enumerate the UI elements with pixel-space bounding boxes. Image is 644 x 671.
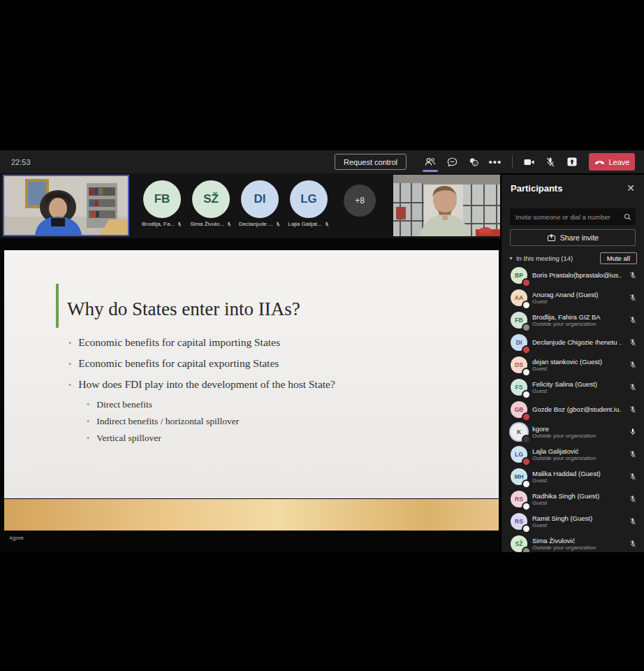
mic-off-icon	[226, 222, 232, 227]
slide-bullet: • Indirect benefits / horizontal spillov…	[87, 416, 474, 427]
participant-name: dejan stankovic (Guest)	[532, 358, 622, 366]
share-invite-button[interactable]: Share invite	[510, 229, 636, 246]
avatar: LG	[290, 180, 328, 218]
slide-bullet-list: • Economic benefits for capital importin…	[68, 336, 474, 449]
invite-search-box	[510, 208, 636, 225]
participant-text: kgore Outside your organization	[532, 425, 622, 440]
participant-name: Sima Živulović	[532, 537, 622, 544]
tile-name-label: Declanjude ...	[239, 221, 273, 227]
participant-row[interactable]: RS Radhika Singh (Guest) Guest	[502, 488, 644, 510]
participant-mic-button[interactable]	[629, 361, 637, 369]
participant-mic-button[interactable]	[629, 450, 637, 459]
mic-off-icon	[629, 338, 637, 347]
avatar-tile[interactable]: DI Declanjude ...	[235, 175, 284, 236]
participant-name: Anurag Anand (Guest)	[532, 291, 622, 298]
peer-video-tile[interactable]	[393, 175, 500, 236]
mic-off-icon	[324, 222, 330, 227]
mic-off-icon	[629, 472, 637, 481]
bullet-dot: •	[87, 433, 89, 444]
leave-button[interactable]: Leave	[589, 153, 635, 171]
participant-mic-button[interactable]	[629, 517, 637, 526]
avatar-tile[interactable]: FB Brodlija, Fa...	[138, 175, 186, 236]
participant-mic-button[interactable]	[629, 383, 637, 391]
participant-row[interactable]: MH Malika Haddad (Guest) Guest	[502, 466, 644, 488]
more-options-button[interactable]: •••	[485, 150, 506, 173]
participant-row[interactable]: FB Brodlija, Fahira GIZ BA Outside your …	[502, 309, 644, 331]
presence-badge	[522, 547, 531, 552]
participant-mic-button[interactable]	[629, 271, 637, 280]
overflow-participants-tile[interactable]: +8	[335, 175, 384, 236]
mute-all-button[interactable]: Mute all	[600, 252, 637, 264]
participant-mic-button[interactable]	[629, 405, 637, 414]
avatar-tile[interactable]: LG Lajla Galijat...	[284, 175, 333, 236]
participant-name: Malika Haddad (Guest)	[532, 470, 622, 477]
share-screen-button[interactable]	[562, 150, 583, 173]
participant-subtitle: Guest	[532, 522, 622, 529]
bullet-dot: •	[87, 400, 89, 410]
chevron-down-icon: ▼	[508, 256, 513, 261]
participant-name: Ramit Singh (Guest)	[532, 514, 622, 522]
invite-input[interactable]	[514, 212, 624, 222]
participant-row[interactable]: GB Gozde Boz (gboz@student.iu...	[502, 398, 644, 421]
section-toggle[interactable]: ▼ In this meeting (14)	[508, 254, 573, 262]
participant-subtitle: Outside your organization	[532, 321, 622, 328]
meeting-timer: 22:53	[11, 150, 31, 173]
avatar-tile[interactable]: SŽ Sima Živulo...	[186, 175, 235, 236]
camera-button[interactable]	[518, 150, 539, 173]
participant-text: Malika Haddad (Guest) Guest	[532, 470, 622, 484]
participant-mic-button[interactable]	[629, 338, 637, 347]
participant-row[interactable]: FS Felicity Salina (Guest) Guest	[502, 376, 644, 398]
close-panel-button[interactable]: ✕	[624, 182, 637, 194]
participant-subtitle: Guest	[532, 366, 622, 373]
participant-mic-button[interactable]	[629, 428, 637, 436]
microphone-button[interactable]	[540, 150, 561, 173]
toolbar-divider	[512, 155, 513, 168]
video-filmstrip: +8 FB Brodlija, Fa... SŽ Sima Živulo... …	[0, 173, 500, 238]
mic-off-icon	[629, 540, 637, 548]
bullet-dot: •	[87, 417, 89, 427]
reactions-button[interactable]	[463, 150, 484, 173]
share-invite-icon	[547, 233, 556, 242]
participant-row[interactable]: RS Ramit Singh (Guest) Guest	[502, 510, 644, 533]
presenter-video	[4, 176, 128, 235]
slide-title: Why do States enter into IIAs?	[67, 298, 458, 320]
participant-row[interactable]: DS dejan stankovic (Guest) Guest	[502, 354, 644, 376]
tile-name-label: Sima Živulo...	[190, 221, 224, 227]
participant-text: dejan stankovic (Guest) Guest	[532, 358, 622, 373]
participant-mic-button[interactable]	[629, 472, 637, 481]
participant-text: Felicity Salina (Guest) Guest	[532, 380, 622, 395]
presenter-video-tile[interactable]	[3, 175, 129, 236]
leave-label: Leave	[609, 158, 630, 166]
participant-name: Boris Prastalo(bprastalo@ius...	[532, 271, 622, 279]
request-control-button[interactable]: Request control	[335, 154, 407, 170]
participant-row[interactable]: K kgore Outside your organization	[502, 421, 644, 443]
bullet-dot: •	[68, 338, 71, 349]
participant-name: Lajla Galijatović	[532, 447, 622, 455]
participant-subtitle: Outside your organization	[532, 433, 622, 440]
participant-mic-button[interactable]	[629, 316, 637, 324]
participant-row[interactable]: AA Anurag Anand (Guest) Guest	[502, 287, 644, 309]
participant-row[interactable]: LG Lajla Galijatović Outside your organi…	[502, 443, 644, 466]
participants-header: Participants ✕	[502, 175, 644, 201]
reactions-icon	[468, 157, 480, 168]
participant-name: kgore	[532, 425, 622, 433]
participant-mic-button[interactable]	[629, 495, 637, 503]
shared-screen-stage: Why do States enter into IIAs? • Economi…	[0, 238, 500, 552]
participant-mic-button[interactable]	[629, 540, 637, 548]
participant-text: Brodlija, Fahira GIZ BA Outside your org…	[532, 313, 622, 328]
mic-off-icon	[629, 316, 637, 324]
participant-row[interactable]: DI Declanjude Chigozie Ihenetu ...	[502, 331, 644, 354]
tile-name-label: Brodlija, Fa...	[142, 221, 175, 227]
participant-mic-button[interactable]	[629, 294, 637, 302]
participant-text: Gozde Boz (gboz@student.iu...	[532, 405, 622, 413]
chat-button[interactable]	[441, 150, 462, 173]
participant-subtitle: Guest	[532, 298, 622, 305]
participant-row[interactable]: BP Boris Prastalo(bprastalo@ius...	[502, 264, 644, 287]
mic-off-icon	[629, 361, 637, 369]
camera-icon	[523, 157, 535, 167]
participants-toggle-button[interactable]	[420, 150, 441, 173]
mic-off-icon	[629, 271, 637, 280]
slide-bullet: • Direct benefits	[87, 399, 474, 410]
participant-row[interactable]: SŽ Sima Živulović Outside your organizat…	[502, 533, 644, 552]
participant-text: Lajla Galijatović Outside your organizat…	[532, 447, 622, 462]
